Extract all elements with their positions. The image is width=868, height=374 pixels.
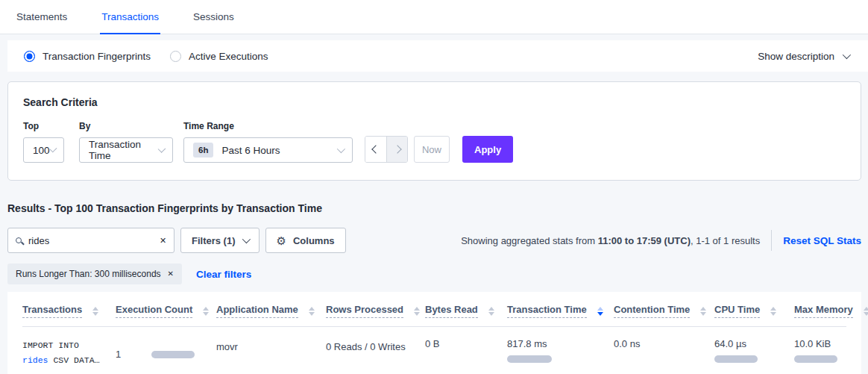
column-header-bytes-read: Bytes Read: [425, 304, 507, 318]
sort-icon[interactable]: [700, 307, 706, 316]
column-header-application-name: Application Name: [216, 304, 326, 318]
chevron-down-icon: [157, 145, 166, 153]
filters-button[interactable]: Filters (1): [180, 228, 260, 253]
cpu-time-bar: [714, 355, 758, 363]
previous-time-range-button[interactable]: [365, 137, 386, 162]
radio-unselected-icon: [170, 51, 181, 62]
time-range-badge: 6h: [193, 143, 213, 158]
column-header-transaction-time: Transaction Time: [507, 304, 614, 318]
by-select[interactable]: Transaction Time: [79, 137, 173, 163]
sort-icon[interactable]: [488, 307, 494, 316]
column-header-rows-processed: Rows Processed: [326, 304, 425, 318]
show-description-toggle[interactable]: Show description: [758, 51, 849, 62]
sort-icon[interactable]: [92, 307, 98, 316]
tab-statements[interactable]: Statements: [15, 0, 69, 34]
sort-icon-active-desc[interactable]: [597, 307, 603, 316]
next-time-range-button[interactable]: [386, 137, 407, 162]
sort-icon[interactable]: [770, 307, 776, 316]
execution-count-cell: 1: [116, 338, 216, 367]
view-toggle-strip: Transaction Fingerprints Active Executio…: [7, 40, 868, 72]
table-row: IMPORT INTO rides CSV DATA… 1 movr 0 Rea…: [22, 327, 846, 374]
chevron-down-icon: [242, 235, 250, 243]
filter-pill-label: Runs Longer Than: 300 milliseconds: [16, 269, 161, 279]
results-table: Transactions Execution Count Application…: [7, 292, 861, 374]
gear-icon: ⚙: [277, 235, 286, 246]
time-range-label: Time Range: [183, 121, 353, 131]
sort-icon[interactable]: [414, 307, 420, 316]
time-step-buttons: [365, 136, 408, 163]
results-controls: ✕ Filters (1) ⚙ Columns Showing aggregat…: [7, 228, 861, 253]
chevron-left-icon: [371, 145, 380, 153]
table-header-row: Transactions Execution Count Application…: [22, 304, 846, 327]
stats-time-range: 11:00 to 17:59 (UTC): [598, 235, 691, 246]
now-button[interactable]: Now: [414, 136, 450, 163]
max-memory-cell: 10.0 KiB: [794, 338, 846, 367]
chevron-right-icon: [393, 145, 401, 153]
reset-sql-stats-link[interactable]: Reset SQL Stats: [783, 235, 861, 246]
time-range-value: Past 6 Hours: [221, 145, 280, 156]
page-tabs: Statements Transactions Sessions: [0, 0, 868, 34]
radio-transaction-fingerprints[interactable]: Transaction Fingerprints: [24, 51, 151, 62]
top-field: Top 100: [23, 121, 64, 163]
bytes-read-cell: 0 B: [425, 338, 507, 367]
application-name-cell: movr: [216, 338, 326, 367]
tab-sessions[interactable]: Sessions: [192, 0, 236, 34]
clear-search-icon[interactable]: ✕: [160, 237, 166, 245]
chevron-down-icon: [49, 145, 57, 152]
chevron-down-icon: [337, 145, 345, 153]
top-select-value: 100: [33, 145, 50, 156]
by-label: By: [79, 121, 173, 131]
cpu-time-cell: 64.0 µs: [714, 338, 794, 367]
time-range-field: Time Range 6h Past 6 Hours: [183, 121, 353, 163]
rows-processed-cell: 0 Reads / 0 Writes: [326, 338, 425, 367]
filters-button-label: Filters (1): [192, 235, 236, 246]
sort-icon[interactable]: [309, 307, 315, 316]
column-header-cpu-time: CPU Time: [714, 304, 794, 318]
column-header-max-memory: Max Memory: [794, 304, 868, 318]
sort-icon[interactable]: [203, 307, 209, 316]
transaction-time-bar: [507, 355, 552, 363]
top-select[interactable]: 100: [23, 137, 64, 163]
search-criteria-form: Top 100 By Transaction Time Time Range 6…: [23, 121, 846, 163]
vertical-divider: [771, 230, 772, 251]
contention-time-cell: 0.0 ns: [614, 338, 714, 367]
clear-filters-link[interactable]: Clear filters: [196, 269, 251, 280]
column-header-contention-time: Contention Time: [614, 304, 714, 318]
filter-pill: Runs Longer Than: 300 milliseconds ✕: [7, 264, 182, 284]
execution-count-bar: [151, 351, 195, 358]
aggregated-stats-note: Showing aggregated stats from 11:00 to 1…: [461, 235, 760, 246]
results-heading: Results - Top 100 Transaction Fingerprin…: [7, 202, 861, 214]
radio-selected-icon: [24, 51, 35, 62]
active-filters-row: Runs Longer Than: 300 milliseconds ✕ Cle…: [7, 264, 861, 284]
apply-button[interactable]: Apply: [462, 136, 513, 163]
radio-label: Transaction Fingerprints: [43, 51, 151, 62]
column-header-transactions: Transactions: [22, 304, 116, 318]
search-criteria-title: Search Criteria: [23, 96, 846, 108]
remove-filter-icon[interactable]: ✕: [168, 270, 174, 278]
transaction-table-link[interactable]: rides: [22, 355, 48, 365]
by-field: By Transaction Time: [79, 121, 173, 163]
radio-label: Active Executions: [189, 51, 268, 62]
by-select-value: Transaction Time: [89, 139, 158, 161]
max-memory-bar: [794, 355, 837, 363]
time-range-select[interactable]: 6h Past 6 Hours: [183, 137, 353, 163]
column-header-execution-count: Execution Count: [116, 304, 216, 318]
transaction-fingerprint-cell[interactable]: IMPORT INTO rides CSV DATA…: [22, 338, 116, 367]
columns-button[interactable]: ⚙ Columns: [265, 228, 346, 253]
radio-active-executions[interactable]: Active Executions: [170, 51, 268, 62]
top-label: Top: [23, 121, 64, 131]
results-search-box: ✕: [7, 228, 174, 253]
search-criteria-card: Search Criteria Top 100 By Transaction T…: [7, 81, 861, 181]
chevron-down-icon: [843, 51, 851, 59]
show-description-label: Show description: [758, 51, 834, 62]
sort-icon[interactable]: [864, 307, 868, 316]
search-input[interactable]: [28, 235, 160, 246]
transaction-time-cell: 817.8 ms: [507, 338, 614, 367]
search-icon: [16, 237, 22, 243]
tab-transactions[interactable]: Transactions: [100, 0, 160, 34]
columns-button-label: Columns: [293, 235, 335, 246]
